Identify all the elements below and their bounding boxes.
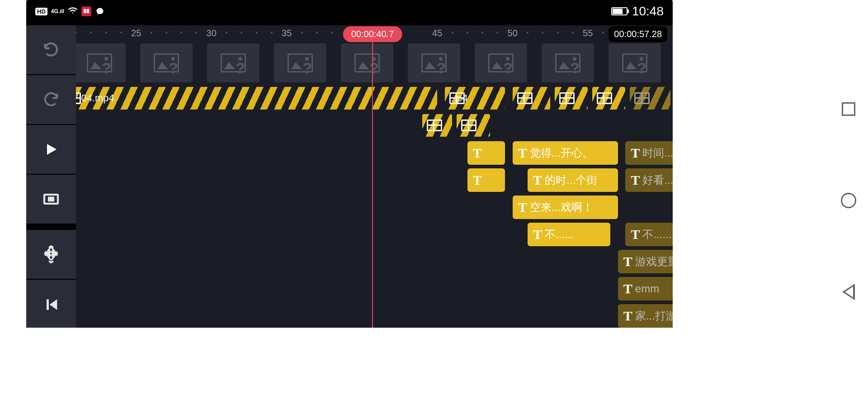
thumb-placeholder[interactable]: ? <box>76 43 126 82</box>
text-icon: T <box>631 145 640 161</box>
ruler-tick: 25 <box>131 28 141 38</box>
video-track-2[interactable] <box>76 114 673 137</box>
clip-label: ...p4 <box>448 92 468 104</box>
text-clip[interactable]: T觉得...开心。 <box>513 141 618 165</box>
text-clip[interactable]: T不...... <box>625 223 673 246</box>
video-clip[interactable] <box>630 87 670 110</box>
film-icon <box>634 92 650 104</box>
video-clip[interactable] <box>555 87 588 110</box>
playhead-chip[interactable]: 00:00:40.7 <box>343 26 402 42</box>
skip-start-button[interactable] <box>26 280 76 328</box>
text-icon: T <box>631 172 640 188</box>
home-button[interactable] <box>840 191 858 210</box>
text-icon: T <box>518 200 527 215</box>
text-clip-label: 觉得...开心。 <box>530 146 593 160</box>
text-clip[interactable]: T好看...常 <box>625 168 673 192</box>
svg-rect-3 <box>45 254 57 256</box>
film-icon <box>597 92 612 104</box>
text-icon: T <box>631 227 640 242</box>
back-button[interactable] <box>840 283 858 301</box>
video-clip[interactable] <box>422 114 453 137</box>
text-clip-label: 好看...常 <box>642 173 673 187</box>
text-clip-label: 的时...个街 <box>545 173 597 187</box>
sidebar <box>26 25 76 328</box>
thumb-row: ????????? <box>76 42 673 87</box>
thumb-placeholder[interactable]: ? <box>408 43 460 82</box>
thumb-placeholder[interactable]: ? <box>475 43 527 82</box>
text-clip[interactable]: T时间...逛个 <box>625 141 673 165</box>
thumb-placeholder[interactable]: ? <box>140 43 193 82</box>
redo-button[interactable] <box>26 75 76 125</box>
text-clip[interactable]: T <box>467 168 505 192</box>
duration-chip: 00:00:57.28 <box>609 26 667 42</box>
text-icon: T <box>623 254 632 269</box>
text-icon: T <box>623 281 632 296</box>
text-clip[interactable]: T <box>467 141 505 165</box>
text-track-4[interactable]: T不......T不...... <box>76 223 673 246</box>
text-clip[interactable]: T不...... <box>528 223 610 246</box>
text-clip-label: 不...... <box>545 227 574 242</box>
video-clip[interactable] <box>513 87 550 110</box>
text-clip[interactable]: T家...打游 <box>618 304 673 328</box>
film-icon <box>517 92 533 104</box>
text-clip-label: emm <box>635 282 659 295</box>
ruler-tick: 50 <box>508 28 518 38</box>
align-button[interactable] <box>26 230 76 280</box>
text-track-7[interactable]: T家...打游 <box>76 304 673 328</box>
text-clip[interactable]: Temm <box>618 277 673 301</box>
thumb-placeholder[interactable]: ? <box>274 43 326 82</box>
text-icon: T <box>473 172 482 188</box>
ruler-tick: 45 <box>432 28 442 38</box>
chat-icon <box>95 6 105 16</box>
text-track-3[interactable]: T空来...戏啊！ <box>76 196 673 219</box>
film-icon <box>427 119 442 131</box>
text-clip-label: 游戏更重要 <box>635 254 673 269</box>
text-icon: T <box>533 172 542 188</box>
thumb-placeholder[interactable]: ? <box>341 43 393 82</box>
tracks: ????????? 20_04.mp4...p4 TT觉得...开心。T时间..… <box>76 42 673 328</box>
text-track-6[interactable]: Temm <box>76 277 673 301</box>
book-icon <box>81 6 91 16</box>
android-nav <box>829 0 868 401</box>
video-track-1[interactable]: 20_04.mp4...p4 <box>76 87 673 110</box>
text-clip[interactable]: T空来...戏啊！ <box>513 196 618 219</box>
editor: 253035455055 00:00:57.28 00:00:40.7 ????… <box>26 25 673 328</box>
text-clip[interactable]: T的时...个街 <box>528 168 618 192</box>
ruler-tick: 30 <box>207 28 217 38</box>
text-icon: T <box>518 145 527 161</box>
film-icon <box>559 92 575 104</box>
text-icon: T <box>533 227 542 242</box>
battery-icon <box>611 7 627 15</box>
video-clip[interactable]: 20_04.mp4 <box>76 87 437 110</box>
video-clip[interactable] <box>457 114 490 137</box>
svg-rect-1 <box>49 198 53 201</box>
thumb-placeholder[interactable]: ? <box>609 43 661 82</box>
text-clip[interactable]: T游戏更重要 <box>618 250 673 273</box>
play-button[interactable] <box>26 125 76 175</box>
text-track-2[interactable]: TT的时...个街T好看...常 <box>76 168 673 192</box>
clip-label: 20_04.mp4 <box>76 92 114 104</box>
text-track-1[interactable]: TT觉得...开心。T时间...逛个 <box>76 141 673 165</box>
text-clip-label: 不...... <box>642 227 671 242</box>
capture-button[interactable] <box>26 175 76 224</box>
thumb-placeholder[interactable]: ? <box>542 43 594 82</box>
ruler-tick: 55 <box>583 28 593 38</box>
film-icon <box>461 119 476 131</box>
ruler-tick: 35 <box>282 28 292 38</box>
thumb-placeholder[interactable]: ? <box>207 43 259 82</box>
recents-button[interactable] <box>840 100 858 118</box>
text-icon: T <box>623 308 632 324</box>
text-clip-label: 家...打游 <box>635 309 673 323</box>
text-clip-label: 时间...逛个 <box>642 146 673 160</box>
hd-badge: HD <box>35 8 47 15</box>
undo-button[interactable] <box>26 25 76 75</box>
wifi-icon <box>68 5 78 17</box>
video-clip[interactable] <box>592 87 625 110</box>
playhead-line[interactable] <box>372 41 373 328</box>
timeline[interactable]: 253035455055 00:00:57.28 00:00:40.7 ????… <box>76 25 673 328</box>
video-clip[interactable]: ...p4 <box>445 87 505 110</box>
text-track-5[interactable]: T游戏更重要 <box>76 250 673 273</box>
text-clip-label: 空来...戏啊！ <box>530 200 593 215</box>
svg-rect-2 <box>45 251 57 253</box>
signal-4g: 4G.ıll <box>51 8 64 14</box>
